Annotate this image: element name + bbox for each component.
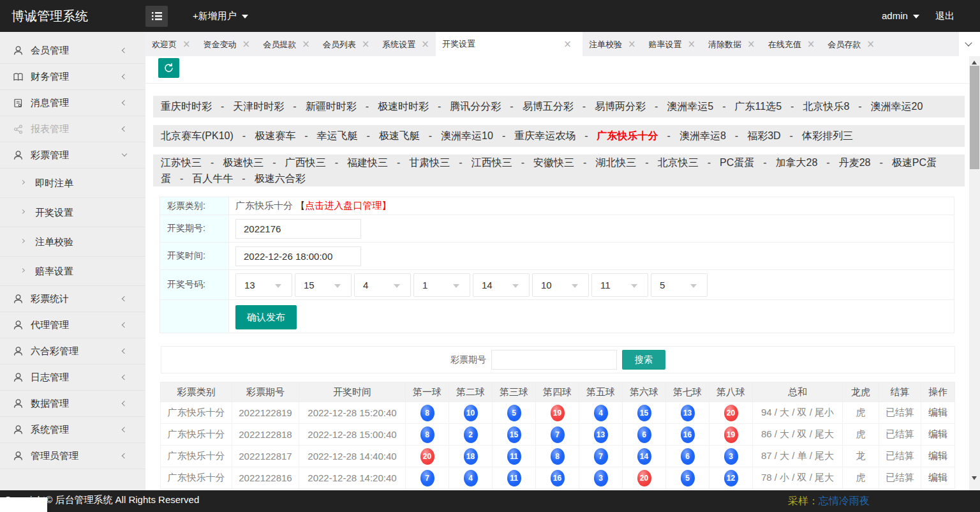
lottery-link-极速赛车[interactable]: 极速赛车 [255, 130, 295, 141]
lottery-link-易博两分彩[interactable]: 易博两分彩 [595, 101, 646, 112]
close-icon[interactable]: × [747, 38, 755, 50]
lottery-link-PC蛋蛋[interactable]: PC蛋蛋 [720, 157, 754, 168]
lottery-link-安徽快三[interactable]: 安徽快三 [533, 157, 574, 168]
close-icon[interactable]: × [628, 38, 636, 50]
lottery-link-江苏快三[interactable]: 江苏快三 [161, 157, 202, 168]
lottery-link-极速时时彩[interactable]: 极速时时彩 [378, 101, 429, 112]
lottery-link-新疆时时彩[interactable]: 新疆时时彩 [306, 101, 357, 112]
number-select-8[interactable]: 5 [651, 273, 708, 297]
sidebar-item-log[interactable]: 日志管理 [0, 365, 145, 391]
scrollbar[interactable] [969, 56, 980, 490]
handicap-link[interactable]: 点击进入盘口管理 [305, 200, 382, 211]
lottery-link-极速快三[interactable]: 极速快三 [223, 157, 264, 168]
lottery-link-湖北快三[interactable]: 湖北快三 [595, 157, 636, 168]
edit-link[interactable]: 编辑 [928, 450, 947, 461]
close-icon[interactable]: × [866, 38, 875, 50]
new-user-dropdown[interactable]: +新增用户 [193, 0, 248, 32]
tab-开奖设置[interactable]: 开奖设置× [436, 32, 583, 56]
scroll-down-icon[interactable] [972, 476, 977, 480]
sidebar-subitem-即时注单[interactable]: 即时注单 [0, 169, 145, 198]
lottery-link-幸运飞艇[interactable]: 幸运飞艇 [316, 130, 357, 141]
close-icon[interactable]: × [362, 38, 370, 50]
lottery-link-广东11选5[interactable]: 广东11选5 [735, 101, 782, 112]
sidebar-subitem-开奖设置[interactable]: 开奖设置 [0, 198, 145, 227]
close-icon[interactable]: × [421, 38, 429, 50]
number-select-5[interactable]: 14 [473, 273, 530, 297]
lottery-link-北京快乐8[interactable]: 北京快乐8 [803, 101, 849, 112]
edit-link[interactable]: 编辑 [928, 472, 947, 483]
tab-系统设置[interactable]: 系统设置× [376, 32, 436, 56]
sidebar-item-system[interactable]: 系统管理 [0, 417, 145, 443]
sidebar-item-lottery-stats[interactable]: 彩票统计 [0, 286, 145, 312]
lottery-link-澳洲幸运5[interactable]: 澳洲幸运5 [667, 101, 713, 112]
edit-link[interactable]: 编辑 [928, 428, 947, 439]
close-icon[interactable]: × [182, 38, 191, 50]
tab-赔率设置[interactable]: 赔率设置× [642, 32, 702, 56]
lottery-link-重庆时时彩[interactable]: 重庆时时彩 [161, 101, 212, 112]
lottery-link-天津时时彩[interactable]: 天津时时彩 [233, 101, 284, 112]
number-select-6[interactable]: 10 [532, 273, 589, 297]
scroll-thumb[interactable] [970, 66, 979, 169]
lottery-link-百人牛牛[interactable]: 百人牛牛 [192, 173, 233, 184]
tab-在线充值[interactable]: 在线充值× [762, 32, 822, 56]
sidebar-item-mark6[interactable]: 六合彩管理 [0, 338, 145, 365]
tab-清除数据[interactable]: 清除数据× [702, 32, 762, 56]
sidebar-item-admin[interactable]: 管理员管理 [0, 443, 145, 469]
sidebar-item-agent[interactable]: 代理管理 [0, 312, 145, 338]
lottery-link-福建快三[interactable]: 福建快三 [347, 157, 388, 168]
sidebar-subitem-注单校验[interactable]: 注单校验 [0, 227, 145, 257]
number-select-1[interactable]: 13 [235, 273, 292, 297]
tab-会员列表[interactable]: 会员列表× [316, 32, 376, 56]
issue-search-input[interactable] [491, 350, 617, 370]
lottery-link-江西快三[interactable]: 江西快三 [471, 157, 512, 168]
lottery-link-甘肃快三[interactable]: 甘肃快三 [409, 157, 450, 168]
lottery-link-澳洲幸运20[interactable]: 澳洲幸运20 [871, 101, 923, 112]
lottery-link-北京快三[interactable]: 北京快三 [658, 157, 699, 168]
number-select-7[interactable]: 11 [591, 273, 648, 297]
tab-注单校验[interactable]: 注单校验× [583, 32, 642, 56]
number-select-4[interactable]: 1 [413, 273, 470, 297]
lottery-link-体彩排列三[interactable]: 体彩排列三 [802, 130, 853, 141]
edit-link[interactable]: 编辑 [928, 407, 947, 418]
lottery-link-极速飞艇[interactable]: 极速飞艇 [379, 130, 420, 141]
close-icon[interactable]: × [687, 38, 695, 50]
close-icon[interactable]: × [563, 32, 572, 56]
tab-会员提款[interactable]: 会员提款× [256, 32, 316, 56]
tab-资金变动[interactable]: 资金变动× [197, 32, 257, 56]
sidebar-item-finance[interactable]: 财务管理 [0, 64, 145, 90]
lottery-link-福彩3D[interactable]: 福彩3D [747, 130, 780, 141]
lottery-link-丹麦28[interactable]: 丹麦28 [839, 157, 871, 168]
admin-dropdown[interactable]: admin [882, 0, 919, 32]
sidebar-item-data[interactable]: 数据管理 [0, 391, 145, 417]
confirm-publish-button[interactable]: 确认发布 [235, 305, 297, 329]
lottery-link-广西快三[interactable]: 广西快三 [285, 157, 326, 168]
close-icon[interactable]: × [807, 38, 815, 50]
close-icon[interactable]: × [302, 38, 310, 50]
tab-overflow-button[interactable] [959, 32, 980, 56]
time-input[interactable] [235, 246, 361, 266]
scroll-up-icon[interactable] [972, 61, 977, 64]
sample-link[interactable]: 忘情冷雨夜 [819, 495, 870, 506]
tab-欢迎页[interactable]: 欢迎页× [145, 32, 197, 56]
menu-toggle-button[interactable] [145, 6, 168, 27]
lottery-link-重庆幸运农场[interactable]: 重庆幸运农场 [514, 130, 575, 141]
refresh-button[interactable] [158, 58, 179, 78]
lottery-link-加拿大28[interactable]: 加拿大28 [776, 157, 818, 168]
sidebar-subitem-赔率设置[interactable]: 赔率设置 [0, 257, 145, 286]
number-select-3[interactable]: 4 [354, 273, 411, 297]
sidebar-item-report[interactable]: 报表管理 [0, 116, 145, 142]
sidebar-item-member[interactable]: 会员管理 [0, 38, 145, 64]
lottery-link-极速六合彩[interactable]: 极速六合彩 [255, 173, 306, 184]
lottery-link-北京赛车(PK10)[interactable]: 北京赛车(PK10) [161, 130, 234, 141]
search-button[interactable]: 搜索 [622, 350, 665, 370]
issue-input[interactable] [235, 219, 361, 239]
close-icon[interactable]: × [242, 38, 251, 50]
sidebar-item-lottery[interactable]: 彩票管理 [0, 142, 145, 169]
lottery-link-腾讯分分彩[interactable]: 腾讯分分彩 [450, 101, 501, 112]
sidebar-item-message[interactable]: 消息管理 [0, 90, 145, 116]
lottery-link-广东快乐十分[interactable]: 广东快乐十分 [597, 130, 658, 141]
tab-会员存款[interactable]: 会员存款× [821, 32, 881, 56]
lottery-link-易博五分彩[interactable]: 易博五分彩 [523, 101, 574, 112]
lottery-link-澳洲幸运10[interactable]: 澳洲幸运10 [441, 130, 493, 141]
lottery-link-澳洲幸运8[interactable]: 澳洲幸运8 [679, 130, 726, 141]
